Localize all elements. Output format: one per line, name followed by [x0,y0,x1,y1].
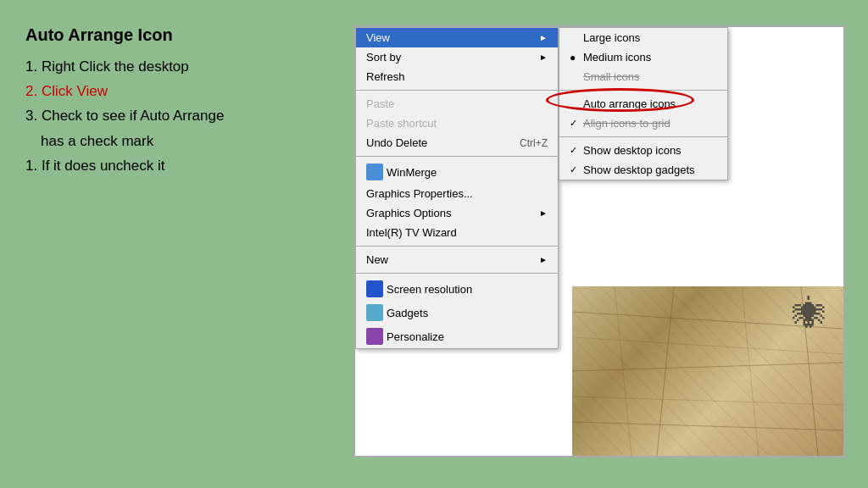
separator [356,246,558,247]
menu-item-refresh[interactable]: Refresh [356,67,558,86]
menu-item-paste-shortcut: Paste shortcut [356,114,558,133]
shortcut-label: Ctrl+Z [520,137,548,149]
svg-line-7 [742,286,759,456]
menu-item-graphics-options[interactable]: Graphics Options ► [356,203,558,223]
step-text: Right Click the desktop [42,58,189,75]
step-number: 2. [25,83,42,99]
separator [356,156,558,157]
menu-label: Sort by [366,51,401,64]
svg-line-6 [657,286,674,456]
submenu-label: Show desktop icons [583,144,682,157]
menu-item-intel-tv[interactable]: Intel(R) TV Wizard [356,223,558,242]
left-panel: Auto Arrange Icon 1. Right Click the des… [17,17,348,187]
check-icon [570,71,583,83]
menu-label: View [366,31,390,44]
submenu-item-show-desktop-icons[interactable]: ✓ Show desktop icons [559,141,727,160]
menu-label: New [366,253,388,266]
check-icon: ✓ [570,118,583,129]
svg-line-1 [572,337,843,354]
right-panel: View ► Sort by ► Refresh Paste Paste sho… [348,17,851,458]
check-icon: ✓ [570,145,583,156]
submenu-arrow-icon: ► [539,33,548,42]
step-number: 3. [25,108,42,124]
step-number: 1. [25,58,42,75]
menu-label: Paste shortcut [366,117,437,130]
svg-line-4 [572,422,843,430]
check-icon [570,32,583,44]
step-text: Check to see if Auto Arrange [42,108,224,124]
submenu-arrow-icon: ► [539,255,548,264]
step-number: 1. [25,158,42,174]
submenu-item-align-icons[interactable]: ✓ Align icons to grid [559,114,727,133]
menu-item-winmerge[interactable]: WinMerge [356,160,558,184]
menu-label: Undo Delete [366,136,427,149]
menu-item-gadgets[interactable]: Gadgets [356,301,558,324]
menu-item-screen-resolution[interactable]: Screen resolution [356,277,558,301]
submenu-arrow-icon: ► [539,208,548,218]
separator [559,136,727,137]
menu-item-sortby[interactable]: Sort by ► [356,47,558,67]
instruction-4: 1. If it does uncheck it [25,154,339,177]
svg-line-0 [572,312,843,329]
context-menu: View ► Sort by ► Refresh Paste Paste sho… [355,27,559,349]
winmerge-icon [366,164,383,180]
instruction-3b: has a check mark [25,130,339,152]
menu-label: Personalize [387,330,444,343]
gadgets-icon [366,304,383,321]
svg-line-8 [801,286,818,456]
desktop-wallpaper: 🕷 [572,286,843,456]
submenu-item-show-desktop-gadgets[interactable]: ✓ Show desktop gadgets [559,160,727,180]
submenu-label: Small icons [583,70,639,83]
submenu-label: Auto arrange icons [583,97,676,110]
check-icon [570,98,583,110]
svg-line-3 [572,396,843,405]
map-texture-svg [572,286,843,456]
submenu-item-auto-arrange[interactable]: Auto arrange icons [559,94,727,114]
menu-label: Intel(R) TV Wizard [366,226,457,239]
instruction-3: 3. Check to see if Auto Arrange [25,104,339,127]
svg-line-5 [615,286,632,456]
menu-label: Screen resolution [387,283,472,296]
separator [356,273,558,274]
check-icon: ✓ [570,164,583,175]
menu-item-paste: Paste [356,94,558,114]
check-icon: ● [570,52,583,64]
submenu-label: Show desktop gadgets [583,164,695,176]
menu-item-new[interactable]: New ► [356,250,558,269]
step-text: Click View [42,83,108,99]
submenu-item-small-icons[interactable]: Small icons [559,67,727,86]
menu-label: Gadgets [387,307,428,319]
submenu-arrow-icon: ► [539,53,548,62]
personalize-icon [366,328,383,345]
instruction-1: 1. Right Click the desktop [25,55,339,78]
separator [559,90,727,91]
menu-label: WinMerge [387,166,437,179]
page-title: Auto Arrange Icon [25,25,339,45]
svg-line-2 [572,363,843,371]
menu-label: Graphics Properties... [366,187,473,200]
screen-resolution-icon [366,280,383,297]
menu-label: Paste [366,97,394,110]
submenu-item-medium-icons[interactable]: ● Medium icons [559,47,727,67]
context-submenu-view: Large icons ● Medium icons Small icons A… [559,27,728,180]
menu-item-view[interactable]: View ► [356,28,558,47]
separator [356,90,558,91]
submenu-label: Medium icons [583,51,651,64]
menu-label: Refresh [366,70,405,83]
menu-item-personalize[interactable]: Personalize [356,324,558,348]
submenu-label: Align icons to grid [583,117,670,130]
step-text: has a check mark [41,133,153,149]
menu-item-undo-delete[interactable]: Undo Delete Ctrl+Z [356,133,558,152]
menu-label: Graphics Options [366,207,451,219]
menu-item-graphics-properties[interactable]: Graphics Properties... [356,184,558,203]
submenu-item-large-icons[interactable]: Large icons [559,28,727,47]
step-text: If it does uncheck it [42,158,165,174]
submenu-label: Large icons [583,31,640,44]
instruction-2: 2. Click View [25,80,339,103]
screenshot: View ► Sort by ► Refresh Paste Paste sho… [353,25,845,458]
